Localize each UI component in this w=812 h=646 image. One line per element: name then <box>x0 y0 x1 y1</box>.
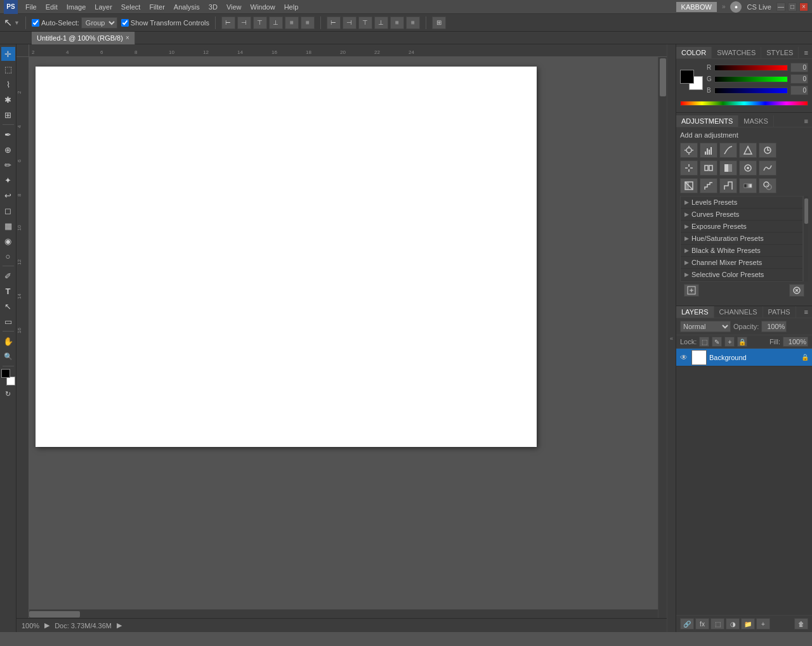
layer-visibility-toggle[interactable]: 👁 <box>679 352 689 363</box>
curves-adj-btn[interactable] <box>719 143 737 158</box>
dist2-btn[interactable]: ⊣ <box>343 16 357 29</box>
gradient-tool[interactable]: ▦ <box>1 219 15 233</box>
canvas-horizontal-scrollbar[interactable] <box>29 609 658 618</box>
channelmixer-presets-item[interactable]: ▶ Channel Mixer Presets <box>681 257 802 269</box>
red-slider[interactable] <box>714 65 788 71</box>
panel-expand-button[interactable]: « <box>667 44 676 632</box>
auto-select-checkbox[interactable] <box>32 19 39 27</box>
hscroll-thumb[interactable] <box>29 611 80 617</box>
dist3-btn[interactable]: ⊤ <box>358 16 372 29</box>
fill-field[interactable] <box>783 337 808 347</box>
adjustments-panel-menu[interactable]: ≡ <box>801 115 812 127</box>
blend-mode-dropdown[interactable]: Normal <box>680 321 731 332</box>
green-slider[interactable] <box>714 76 788 82</box>
menu-view[interactable]: View <box>223 2 246 12</box>
photofilter-adj-btn[interactable] <box>739 160 757 176</box>
layer-group-btn[interactable]: 📁 <box>741 618 755 630</box>
tab-channels[interactable]: CHANNELS <box>714 306 763 318</box>
dodge-tool[interactable]: ○ <box>1 249 15 263</box>
menu-3d[interactable]: 3D <box>205 2 221 12</box>
selective-color-adj-btn[interactable] <box>759 178 776 193</box>
presets-scrollbar-thumb[interactable] <box>804 198 808 224</box>
shape-tool[interactable]: ▭ <box>1 314 15 328</box>
doc-size-arrow[interactable]: ▶ <box>117 621 122 630</box>
align-center-btn[interactable]: ⊣ <box>237 16 251 29</box>
levels-presets-item[interactable]: ▶ Levels Presets <box>681 197 802 209</box>
layer-background[interactable]: 👁 Background 🔒 <box>676 349 812 366</box>
layer-delete-btn[interactable]: 🗑 <box>794 618 808 630</box>
levels-adj-btn[interactable] <box>700 143 717 158</box>
tab-swatches[interactable]: SWATCHES <box>712 47 761 58</box>
bw-adj-btn[interactable] <box>719 160 737 176</box>
menu-file[interactable]: File <box>22 2 41 12</box>
menu-help[interactable]: Help <box>280 2 303 12</box>
align-right-btn[interactable]: ⊤ <box>253 16 267 29</box>
background-color-swatch[interactable] <box>6 377 15 385</box>
align-left-btn[interactable]: ⊢ <box>221 16 235 29</box>
foreground-color[interactable] <box>680 70 694 84</box>
tab-styles[interactable]: STYLES <box>761 47 799 58</box>
document-tab-close[interactable]: × <box>126 34 129 41</box>
eraser-tool[interactable]: ◻ <box>1 203 15 217</box>
tab-paths[interactable]: PATHS <box>763 306 796 318</box>
lasso-tool[interactable]: ⌇ <box>1 77 15 91</box>
hue-adj-btn[interactable] <box>680 160 698 176</box>
tab-adjustments[interactable]: ADJUSTMENTS <box>676 115 738 127</box>
quick-select-tool[interactable]: ✱ <box>1 93 15 107</box>
layer-style-btn[interactable]: fx <box>695 618 709 630</box>
opacity-field[interactable] <box>761 321 787 332</box>
exposure-presets-item[interactable]: ▶ Exposure Presets <box>681 221 802 233</box>
maximize-button[interactable]: □ <box>788 3 797 11</box>
zoom-tool[interactable]: 🔍 <box>1 349 15 363</box>
presets-scrollbar[interactable] <box>803 196 808 281</box>
clone-tool[interactable]: ✦ <box>1 173 15 187</box>
align-top-btn[interactable]: ⊥ <box>269 16 283 29</box>
color-spectrum[interactable] <box>680 101 808 106</box>
tab-layers[interactable]: LAYERS <box>676 306 714 318</box>
expand-icon[interactable]: » <box>719 3 728 10</box>
dist1-btn[interactable]: ⊢ <box>327 16 341 29</box>
layer-adj-btn[interactable]: ◑ <box>726 618 740 630</box>
lock-lock-btn[interactable]: 🔒 <box>737 337 747 347</box>
tab-masks[interactable]: MASKS <box>738 115 774 127</box>
close-button[interactable]: × <box>799 3 808 11</box>
dist6-btn[interactable]: ≡ <box>406 16 420 29</box>
zoom-icon[interactable]: ▶ <box>44 621 49 630</box>
brush-tool[interactable]: ✏ <box>1 158 15 172</box>
colorbalance-adj-btn[interactable] <box>700 160 717 176</box>
path-select-tool[interactable]: ↖ <box>1 299 15 313</box>
lock-pixels-btn[interactable]: ⬚ <box>699 337 709 347</box>
move-tool[interactable]: ✛ <box>1 47 15 61</box>
vibrance-adj-btn[interactable] <box>759 143 776 158</box>
hand-tool[interactable]: ✋ <box>1 334 15 348</box>
eyedropper-tool[interactable]: ✒ <box>1 127 15 141</box>
heal-tool[interactable]: ⊕ <box>1 143 15 157</box>
menu-bar[interactable]: File Edit Image Layer Select Filter Anal… <box>22 2 302 12</box>
menu-layer[interactable]: Layer <box>91 2 116 12</box>
foreground-background-colors[interactable] <box>680 70 703 90</box>
invert-adj-btn[interactable] <box>680 178 698 193</box>
lock-all-btn[interactable]: + <box>724 337 735 347</box>
canvas-vertical-scrollbar[interactable] <box>658 57 667 618</box>
brightness-adj-btn[interactable] <box>680 143 698 158</box>
menu-filter[interactable]: Filter <box>145 2 168 12</box>
menu-image[interactable]: Image <box>63 2 90 12</box>
pen-tool[interactable]: ✐ <box>1 269 15 283</box>
show-transform-checkbox[interactable] <box>121 19 129 27</box>
align-bottom-btn[interactable]: ≡ <box>301 16 315 29</box>
green-value[interactable] <box>790 74 808 84</box>
curves-presets-item[interactable]: ▶ Curves Presets <box>681 209 802 221</box>
menu-edit[interactable]: Edit <box>42 2 62 12</box>
adj-preset-icon[interactable] <box>684 284 699 297</box>
layers-panel-menu[interactable]: ≡ <box>801 306 812 318</box>
blue-slider[interactable] <box>714 87 788 94</box>
blur-tool[interactable]: ◉ <box>1 234 15 248</box>
vscroll-thumb[interactable] <box>660 58 666 96</box>
posterize-adj-btn[interactable] <box>700 178 717 193</box>
channelmixer-adj-btn[interactable] <box>759 160 776 176</box>
tool-dropdown-arrow[interactable]: ▼ <box>14 20 20 26</box>
foreground-color-swatch[interactable] <box>1 369 10 378</box>
rotate-view-tool[interactable]: ↻ <box>1 387 15 401</box>
text-tool[interactable]: T <box>1 284 15 298</box>
history-tool[interactable]: ↩ <box>1 188 15 202</box>
